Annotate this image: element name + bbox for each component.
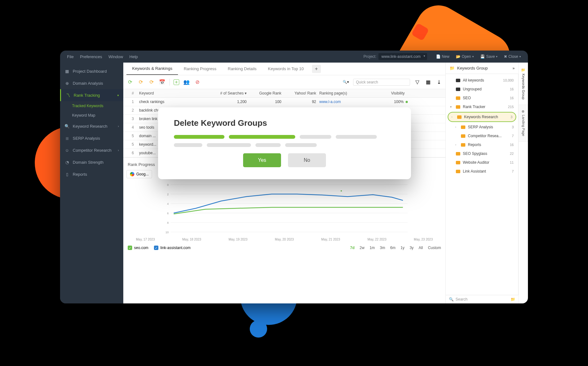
add-tab-button[interactable]: + [312, 65, 321, 73]
col-yahoo[interactable]: Yahoo! Rank [285, 91, 319, 95]
menu-help[interactable]: Help [126, 54, 141, 59]
sidebar-item-domain-strength[interactable]: ◔Domain Strength [60, 156, 123, 168]
menu-window[interactable]: Window [105, 54, 126, 59]
range-all[interactable]: All [419, 246, 423, 250]
sidebar-sub-tracked-keywords[interactable]: Tracked Keywords [60, 101, 123, 111]
grid-icon[interactable]: ▦ [425, 79, 432, 86]
col-index[interactable]: # [126, 91, 139, 95]
menu-file[interactable]: File [64, 54, 77, 59]
add-icon[interactable]: + [174, 79, 179, 85]
refresh-icon[interactable]: ⟳ [126, 79, 133, 86]
sidebar-item-reports[interactable]: ▯Reports [60, 168, 123, 180]
legend-link-assistant[interactable]: ✓link-assistant.com [154, 246, 190, 250]
range-2w[interactable]: 2w [360, 246, 364, 250]
search-dropdown-icon[interactable]: 🔍▾ [342, 79, 349, 86]
group-item[interactable]: All keywords10,000 [446, 76, 518, 85]
legend-seo[interactable]: ✓seo.com [128, 246, 148, 250]
collapse-panel-icon[interactable]: » [512, 66, 515, 70]
open-button[interactable]: 📂Open▾ [456, 54, 474, 59]
folder-add-icon[interactable]: 📁 [511, 297, 515, 302]
users-icon[interactable]: 👥 [183, 79, 190, 86]
tag-icon[interactable]: ⊘ [194, 79, 201, 86]
close-button[interactable]: ✖Close▾ [504, 54, 521, 59]
sidebar-item-serp-analysis[interactable]: ⫼SERP Analysis [60, 132, 123, 144]
sidebar-item-rank-tracking[interactable]: 〽Rank Tracking▾ [60, 89, 123, 101]
row-yahoo: 92 [285, 100, 319, 104]
new-button[interactable]: 📄New [436, 54, 450, 59]
tab-keywords-top10[interactable]: Keywords in Top 10 [262, 63, 309, 75]
range-1y[interactable]: 1y [401, 246, 405, 250]
dialog-no-button[interactable]: No [288, 153, 326, 167]
svg-text:0: 0 [167, 183, 168, 186]
groups-search[interactable]: 🔍 Search 📁 [446, 295, 518, 303]
search-engine-select[interactable]: Goog... [126, 170, 152, 178]
group-item[interactable]: SEO16 [446, 94, 518, 102]
expand-icon[interactable]: › [451, 115, 455, 119]
check-icon[interactable]: ⟳ [137, 79, 144, 86]
row-page-link[interactable]: www.l-a.com [319, 100, 376, 104]
group-item[interactable]: SEO Spyglass22 [446, 149, 518, 158]
table-row[interactable]: 1check rankings1,20010092www.l-a.com100% [123, 98, 445, 106]
vtab-landing-page[interactable]: ⊕Landing Page [519, 105, 528, 142]
group-item[interactable]: ›SERP Analysis3 [446, 123, 518, 131]
col-visibility[interactable]: Visibility [376, 91, 408, 95]
col-google[interactable]: Google Rank [250, 91, 285, 95]
col-searches[interactable]: # of Searches ▾ [209, 91, 250, 95]
sidebar-sub-keyword-map[interactable]: Keyword Map [60, 111, 123, 120]
group-item[interactable]: Website Auditor11 [446, 158, 518, 167]
tab-bar: Keywords & Rankings Ranking Progress Ran… [123, 63, 445, 75]
tab-ranking-details[interactable]: Ranking Details [222, 63, 262, 75]
row-index: 3 [126, 117, 139, 121]
menu-preferences[interactable]: Preferences [77, 54, 105, 59]
group-item[interactable]: Link Assistant7 [446, 167, 518, 176]
group-item[interactable]: ▾Rank Tracker215 [446, 102, 518, 111]
group-item[interactable]: ›Reports16 [446, 140, 518, 149]
schedule-icon[interactable]: 📅 [159, 79, 166, 86]
row-google: 100 [250, 100, 285, 104]
sidebar-item-domain-analysis[interactable]: ⊕Domain Analysis [60, 77, 123, 89]
group-label: Competitor Resea... [468, 134, 502, 138]
svg-text:6: 6 [167, 212, 168, 215]
folder-open-icon: 📂 [456, 54, 461, 59]
rank-chart: 02 46 810 [126, 178, 442, 235]
group-item[interactable]: ›Keywords Research3 [448, 112, 516, 122]
folder-icon [456, 161, 460, 164]
group-item[interactable]: Competitor Resea...7 [446, 131, 518, 140]
expand-icon[interactable]: ▾ [450, 105, 453, 108]
row-visibility: 100% [376, 100, 408, 104]
col-pages[interactable]: Ranking page(s) [319, 91, 376, 95]
group-item[interactable]: Ungrouped16 [446, 85, 518, 94]
range-custom[interactable]: Custom [428, 246, 441, 250]
group-count: 16 [510, 143, 514, 147]
expand-icon[interactable]: › [455, 125, 458, 129]
filter-icon[interactable]: ▽ [414, 79, 421, 86]
sidebar-item-keyword-research[interactable]: 🔍Keyword Research› [60, 120, 123, 132]
vtab-keywords-group[interactable]: 📁Keywords Group [519, 63, 528, 105]
group-count: 3 [512, 125, 514, 129]
range-6m[interactable]: 6m [390, 246, 395, 250]
search-icon: 🔍 [449, 297, 454, 302]
folder-icon [461, 143, 465, 147]
group-label: Link Assistant [463, 169, 486, 174]
row-index: 6 [126, 151, 139, 155]
expand-icon[interactable]: › [455, 143, 458, 146]
quick-search-input[interactable]: Quick search [353, 79, 410, 86]
tab-ranking-progress[interactable]: Ranking Progress [178, 63, 222, 75]
range-3y[interactable]: 3y [410, 246, 414, 250]
col-keyword[interactable]: Keyword [139, 91, 209, 95]
project-select[interactable]: www.link-assistant.com [378, 53, 427, 60]
range-3m[interactable]: 3m [380, 246, 385, 250]
row-searches: 1,200 [209, 100, 250, 104]
dialog-yes-button[interactable]: Yes [243, 153, 281, 167]
sidebar-item-competitor-research[interactable]: ☺Competitor Research› [60, 144, 123, 156]
tab-keywords-rankings[interactable]: Keywords & Rankings [126, 63, 178, 75]
update-icon[interactable]: ⟳ [148, 79, 155, 86]
range-1m[interactable]: 1m [370, 246, 375, 250]
group-label: Keywords Research [464, 115, 498, 119]
group-label: Rank Tracker [463, 105, 485, 109]
save-button[interactable]: 💾Save▾ [480, 54, 498, 59]
groups-list: All keywords10,000Ungrouped16SEO16▾Rank … [446, 74, 518, 295]
export-icon[interactable]: ⤓ [435, 79, 442, 86]
sidebar-item-dashboard[interactable]: ▦Project Dashboard [60, 65, 123, 77]
range-7d[interactable]: 7d [350, 246, 355, 250]
